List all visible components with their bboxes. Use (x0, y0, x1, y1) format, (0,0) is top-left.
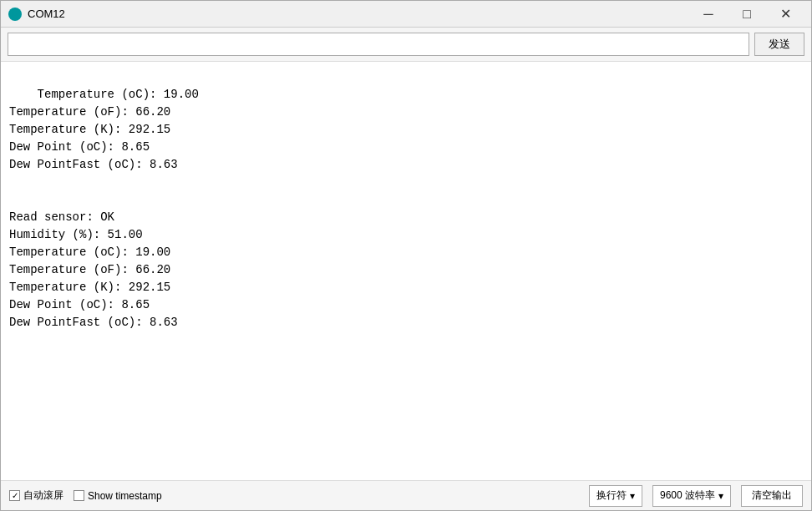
line-ending-label: 换行符 (596, 488, 627, 503)
line-ending-dropdown[interactable]: 换行符 ▾ (589, 485, 642, 507)
toolbar: 发送 (1, 28, 811, 62)
timestamp-item[interactable]: Show timestamp (74, 490, 162, 502)
send-button[interactable]: 发送 (754, 33, 804, 56)
main-window: COM12 ─ □ ✕ 发送 Temperature (oC): 19.00 T… (0, 0, 812, 511)
maximize-button[interactable]: □ (728, 1, 766, 28)
baud-rate-dropdown[interactable]: 9600 波特率 ▾ (652, 485, 731, 507)
line-ending-chevron: ▾ (630, 490, 635, 502)
autoscroll-item[interactable]: 自动滚屏 (9, 488, 63, 503)
timestamp-label: Show timestamp (88, 490, 162, 502)
baud-rate-chevron: ▾ (718, 490, 723, 502)
title-bar: COM12 ─ □ ✕ (1, 1, 811, 28)
clear-output-button[interactable]: 清空输出 (741, 485, 803, 507)
baud-rate-label: 9600 波特率 (660, 488, 715, 503)
minimize-button[interactable]: ─ (689, 1, 728, 28)
send-input[interactable] (8, 33, 749, 56)
app-icon (8, 7, 23, 22)
autoscroll-label: 自动滚屏 (23, 488, 63, 503)
window-controls: ─ □ ✕ (689, 1, 804, 28)
serial-output-text: Temperature (oC): 19.00 Temperature (oF)… (9, 88, 199, 329)
serial-output: Temperature (oC): 19.00 Temperature (oF)… (1, 62, 811, 480)
close-button[interactable]: ✕ (766, 1, 804, 28)
window-title: COM12 (28, 8, 689, 20)
autoscroll-checkbox[interactable] (9, 490, 20, 501)
status-bar: 自动滚屏 Show timestamp 换行符 ▾ 9600 波特率 ▾ 清空输… (1, 480, 811, 510)
timestamp-checkbox[interactable] (74, 490, 84, 501)
svg-point-2 (13, 13, 17, 16)
